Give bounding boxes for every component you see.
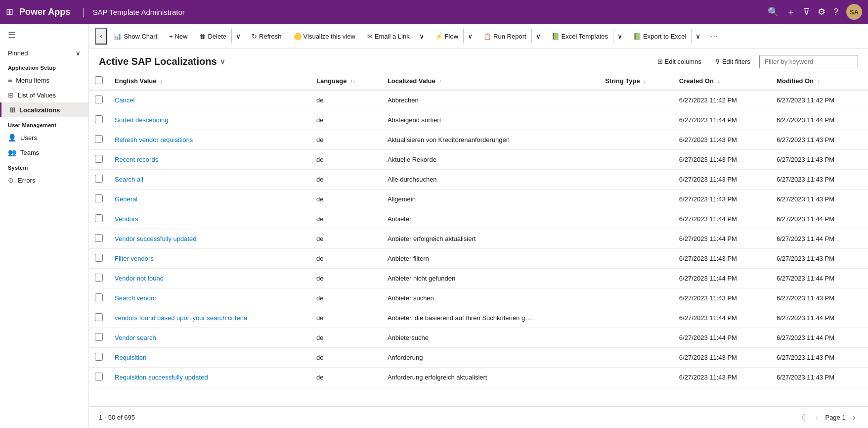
english-value-link[interactable]: Vendors — [115, 215, 138, 223]
sidebar-item-errors[interactable]: ⊙ Errors — [0, 173, 88, 188]
row-checkbox[interactable] — [95, 333, 103, 341]
add-icon[interactable]: ＋ — [786, 6, 795, 18]
cell-english-value[interactable]: vendors found based upon your search cri… — [109, 308, 310, 328]
cell-english-value[interactable]: Refresh vendor requisitions — [109, 130, 310, 150]
english-value-link[interactable]: Refresh vendor requisitions — [115, 136, 193, 143]
row-checkbox[interactable] — [95, 353, 103, 361]
cell-english-value[interactable]: Vendors — [109, 209, 310, 229]
english-value-link[interactable]: Vendor not found — [115, 275, 164, 282]
prev-page-button[interactable]: ‹ — [813, 411, 821, 424]
row-checkbox[interactable] — [95, 115, 103, 123]
english-value-link[interactable]: Vendor successfully updated — [115, 235, 197, 242]
back-button[interactable]: ‹ — [95, 28, 107, 45]
row-checkbox[interactable] — [95, 135, 103, 143]
row-checkbox[interactable] — [95, 274, 103, 282]
cell-english-value[interactable]: Search vendor — [109, 288, 310, 308]
view-title-dropdown[interactable]: ∨ — [220, 58, 225, 66]
email-dropdown[interactable]: ∨ — [415, 29, 428, 43]
cell-english-value[interactable]: Filter vendors — [109, 249, 310, 269]
flow-dropdown[interactable]: ∨ — [463, 29, 477, 43]
export-button[interactable]: 📗 Export to Excel — [628, 30, 691, 43]
sidebar-item-teams[interactable]: 👥 Teams — [0, 145, 88, 160]
row-checkbox[interactable] — [95, 214, 103, 222]
english-value-link[interactable]: General — [115, 195, 137, 203]
col-localized-value[interactable]: Localized Value ↑ — [382, 72, 599, 90]
sidebar: ☰ Pinned ∨ Application Setup ≡ Menu Item… — [0, 24, 89, 428]
sidebar-item-users[interactable]: 👤 Users — [0, 130, 88, 145]
more-button[interactable]: ⋯ — [706, 30, 722, 43]
row-checkbox[interactable] — [95, 254, 103, 262]
row-checkbox[interactable] — [95, 373, 103, 380]
row-checkbox[interactable] — [95, 95, 103, 103]
grid-icon[interactable]: ⊞ — [6, 6, 13, 17]
filter-keyword-input[interactable] — [759, 55, 858, 68]
search-icon[interactable]: 🔍 — [768, 6, 779, 17]
cell-english-value[interactable]: Requisition successfully updated — [109, 368, 310, 387]
excel-templates-button[interactable]: 📗 Excel Templates — [547, 30, 613, 43]
english-value-link[interactable]: Requisition — [115, 354, 146, 361]
english-value-link[interactable]: Sorted descending — [115, 116, 168, 124]
settings-icon[interactable]: ⚙ — [818, 6, 825, 17]
sidebar-hamburger[interactable]: ☰ — [0, 24, 88, 47]
export-dropdown[interactable]: ∨ — [691, 29, 704, 43]
show-chart-button[interactable]: 📊 Show Chart — [109, 30, 162, 43]
cell-language: de — [310, 229, 382, 249]
next-page-button[interactable]: › — [850, 411, 858, 424]
cell-english-value[interactable]: Cancel — [109, 90, 310, 110]
row-checkbox[interactable] — [95, 234, 103, 242]
delete-dropdown[interactable]: ∨ — [231, 29, 245, 43]
english-value-link[interactable]: Vendor search — [115, 334, 156, 341]
sidebar-pinned[interactable]: Pinned ∨ — [0, 47, 88, 60]
cell-english-value[interactable]: Requisition — [109, 348, 310, 368]
cell-english-value[interactable]: General — [109, 190, 310, 209]
english-value-link[interactable]: Requisition successfully updated — [115, 374, 208, 381]
english-value-link[interactable]: Search all — [115, 176, 143, 183]
row-checkbox[interactable] — [95, 293, 103, 301]
row-checkbox[interactable] — [95, 313, 103, 321]
cell-english-value[interactable]: Recent records — [109, 150, 310, 170]
run-report-dropdown[interactable]: ∨ — [531, 29, 545, 43]
email-icon: ✉ — [367, 33, 373, 40]
col-string-type[interactable]: String Type ↓ — [599, 72, 673, 90]
refresh-button[interactable]: ↻ Refresh — [247, 30, 287, 43]
run-report-button[interactable]: 📋 Run Report — [478, 30, 531, 43]
english-value-link[interactable]: Filter vendors — [115, 255, 154, 262]
row-checkbox[interactable] — [95, 194, 103, 202]
help-icon[interactable]: ? — [833, 7, 838, 17]
excel-templates-dropdown[interactable]: ∨ — [613, 29, 626, 43]
english-value-link[interactable]: Recent records — [115, 156, 158, 163]
col-created-on[interactable]: Created On ↓ — [673, 72, 771, 90]
english-value-link[interactable]: vendors found based upon your search cri… — [115, 314, 247, 322]
filter-icon[interactable]: ⊽ — [803, 6, 810, 17]
first-page-button[interactable]: ⟪ — [798, 411, 809, 424]
english-value-link[interactable]: Cancel — [115, 96, 134, 104]
col-modified-on[interactable]: Modified On ↓ — [771, 72, 868, 90]
sidebar-item-menu-items[interactable]: ≡ Menu Items — [0, 73, 88, 88]
table-row: Vendor not found de Anbieter nicht gefun… — [89, 269, 868, 288]
email-button[interactable]: ✉ Email a Link — [362, 30, 415, 43]
new-button[interactable]: + New — [164, 30, 192, 43]
english-value-link[interactable]: Search vendor — [115, 294, 157, 302]
select-all-checkbox[interactable] — [95, 76, 103, 84]
edit-columns-button[interactable]: ⊞ Edit columns — [652, 55, 706, 68]
col-english-value[interactable]: English Value ↓ — [109, 72, 310, 90]
col-language[interactable]: Language ↑↓ — [310, 72, 382, 90]
view-actions: ⊞ Edit columns ⊽ Edit filters — [652, 55, 859, 68]
cell-language: de — [310, 130, 382, 150]
cell-english-value[interactable]: Sorted descending — [109, 110, 310, 130]
sidebar-item-list-of-values[interactable]: ⊞ List of Values — [0, 88, 88, 102]
cell-english-value[interactable]: Search all — [109, 170, 310, 190]
delete-group: 🗑 Delete ∨ — [194, 29, 245, 44]
row-checkbox[interactable] — [95, 175, 103, 183]
cell-english-value[interactable]: Vendor not found — [109, 269, 310, 288]
avatar[interactable]: SA — [846, 4, 862, 20]
sidebar-item-localizations[interactable]: ⊞ Localizations — [0, 102, 88, 117]
cell-created-on: 6/27/2023 11:44 PM — [673, 110, 771, 130]
visualize-button[interactable]: 🟡 Visualize this view — [289, 30, 360, 43]
cell-english-value[interactable]: Vendor successfully updated — [109, 229, 310, 249]
cell-english-value[interactable]: Vendor search — [109, 328, 310, 348]
edit-filters-button[interactable]: ⊽ Edit filters — [710, 55, 755, 68]
row-checkbox[interactable] — [95, 155, 103, 163]
delete-button[interactable]: 🗑 Delete — [194, 30, 231, 43]
flow-button[interactable]: ⚡ Flow — [430, 30, 463, 43]
